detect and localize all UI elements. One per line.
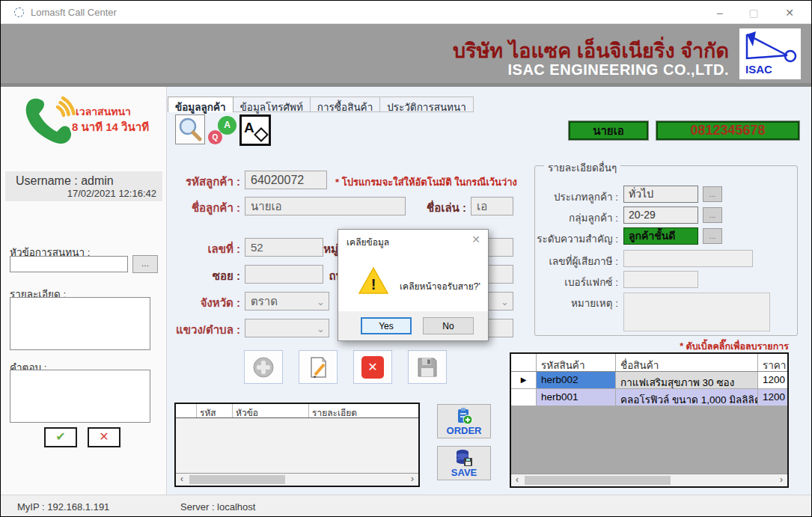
company-header: บริษัท ไอแซค เอ็นจิเนียริ่ง จำกัด ISAC E… xyxy=(1,24,811,87)
product-name-cell[interactable]: คลอโรฟิวล์ ขนาด 1,000 มิลลิลิตร xyxy=(616,389,758,406)
database-save-icon xyxy=(454,449,474,467)
topic-input[interactable] xyxy=(10,256,128,272)
dialog-no-button[interactable]: No xyxy=(423,317,474,334)
answer-bubble-icon: A xyxy=(218,116,236,135)
dialog-title: เคลียข้อมูล xyxy=(347,235,389,249)
minimize-button[interactable]: – xyxy=(707,4,733,22)
product-row[interactable]: herb001 คลอโรฟิวล์ ขนาด 1,000 มิลลิลิตร … xyxy=(511,389,787,406)
username-text: Username : admin xyxy=(16,174,114,188)
app-icon xyxy=(14,7,24,17)
soi-label: ซอย : xyxy=(167,267,240,285)
product-code-header: รหัสสินค้า xyxy=(537,354,616,371)
customer-type-field[interactable]: ทั่วไป xyxy=(623,186,698,203)
topic-detail-header: รายละเอียด xyxy=(309,404,418,417)
topic-table-scrollbar[interactable]: ‹ › xyxy=(176,473,418,486)
tab-purchases[interactable]: การซื้อสินค้า xyxy=(311,97,380,112)
fax-field[interactable] xyxy=(623,271,698,288)
product-code-cell[interactable]: herb002 xyxy=(537,372,616,389)
dialog-close-icon[interactable]: ✕ xyxy=(471,233,480,245)
qa-button[interactable]: A Q xyxy=(208,116,236,144)
cancel-button[interactable]: ✕ xyxy=(88,427,120,447)
edit-button[interactable] xyxy=(299,350,338,384)
db-save-button[interactable]: SAVE xyxy=(437,446,491,480)
scroll-right-icon[interactable]: › xyxy=(775,474,787,486)
nickname-label: ชื่อเล่น : xyxy=(414,199,466,217)
product-code-cell[interactable]: herb001 xyxy=(537,389,616,406)
customer-type-label: ประเภทลูกค้า : xyxy=(525,189,618,205)
question-bubble-icon: Q xyxy=(208,130,222,144)
chevron-down-icon: ⌄ xyxy=(317,320,325,337)
detail-textarea[interactable] xyxy=(10,297,150,350)
province-value: ตราด xyxy=(251,295,278,308)
row-selector-cell xyxy=(511,389,537,406)
customer-type-browse-button[interactable]: ... xyxy=(703,186,722,202)
customer-group-field[interactable]: 20-29 xyxy=(623,207,698,224)
order-clipboard-icon xyxy=(455,407,473,425)
delete-button[interactable]: ✕ xyxy=(353,350,392,384)
product-table-header: รหัสสินค้า ชื่อสินค้า ราคา xyxy=(511,354,787,372)
priority-level-browse-button[interactable]: ... xyxy=(703,228,722,244)
remark-label: หมายเหตุ : xyxy=(525,295,618,311)
search-button[interactable] xyxy=(175,114,205,144)
myip-text: MyIP : 192.168.1.191 xyxy=(17,501,109,513)
tab-bar: ข้อมูลลูกค้า ข้อมูลโทรศัพท์ การซื้อสินค้… xyxy=(168,97,474,112)
floppy-icon xyxy=(416,356,439,379)
topic-browse-button[interactable]: ... xyxy=(132,255,158,273)
window-title: Lomasft Call Center xyxy=(31,7,117,18)
priority-level-field[interactable]: ลูกค้าชั้นดี xyxy=(623,227,698,245)
tab-customer-info[interactable]: ข้อมูลลูกค้า xyxy=(168,97,233,112)
product-price-cell[interactable]: 1200 xyxy=(758,372,787,389)
add-button[interactable] xyxy=(244,350,283,384)
tab-conversation-history[interactable]: ประวัติการสนทนา xyxy=(380,97,474,112)
save-button-label: SAVE xyxy=(451,467,477,478)
confirm-button[interactable]: ✔ xyxy=(44,427,77,447)
nickname-field[interactable]: เอ xyxy=(471,197,513,215)
row-selector-icon: ▶ xyxy=(511,372,537,389)
subdistrict-select[interactable]: ⌄ xyxy=(245,319,329,337)
dialog-button-bar: Yes No xyxy=(338,311,488,340)
double-click-note: * ดับเบิ้ลคลิ๊กเพื่อลบรายการ xyxy=(584,339,789,354)
plus-icon xyxy=(252,356,275,379)
svg-text:ISAC: ISAC xyxy=(745,63,772,76)
customer-name-field[interactable]: นายเอ xyxy=(245,197,406,215)
other-details-title: รายละเอียดอื่นๆ xyxy=(544,159,620,176)
caller-phone-display: 0812345678 xyxy=(656,120,800,141)
phone-icon xyxy=(17,92,77,150)
maximize-button[interactable]: ▢ xyxy=(741,4,766,22)
company-name-english: ISAC ENGINEERING CO.,LTD. xyxy=(508,61,729,79)
company-logo: ISAC xyxy=(739,28,801,79)
record-save-button[interactable] xyxy=(408,350,447,384)
product-name-cell[interactable]: กาแฟเสริมสุขภาพ 30 ซอง xyxy=(616,372,758,389)
order-button[interactable]: ORDER xyxy=(437,404,491,438)
scroll-thumb[interactable] xyxy=(525,476,671,485)
clear-text-button[interactable]: A xyxy=(239,114,271,146)
scroll-left-icon[interactable]: ‹ xyxy=(511,474,523,486)
topic-title-header: หัวข้อ xyxy=(233,404,309,417)
customer-code-field[interactable]: 64020072 xyxy=(245,171,327,189)
customer-group-label: กลุ่มลูกค้า : xyxy=(525,209,618,226)
product-table-scrollbar[interactable]: ‹ › xyxy=(511,474,787,486)
scroll-right-icon[interactable]: › xyxy=(406,474,418,486)
customer-group-browse-button[interactable]: ... xyxy=(703,207,722,223)
topic-selector-column xyxy=(176,404,197,417)
remark-textarea[interactable] xyxy=(623,293,770,331)
product-price-header: ราคา xyxy=(758,354,787,371)
caller-name-display: นายเอ xyxy=(568,120,649,141)
close-button[interactable]: ✕ xyxy=(777,4,802,22)
scroll-left-icon[interactable]: ‹ xyxy=(176,474,188,486)
edit-icon xyxy=(306,355,330,379)
dialog-yes-button[interactable]: Yes xyxy=(361,317,412,334)
check-icon: ✔ xyxy=(55,430,65,443)
eraser-icon xyxy=(254,127,269,142)
product-price-cell[interactable]: 1200 xyxy=(758,389,787,406)
tab-phone-info[interactable]: ข้อมูลโทรศัพท์ xyxy=(233,97,311,112)
scroll-thumb[interactable] xyxy=(189,475,285,484)
product-row[interactable]: ▶ herb002 กาแฟเสริมสุขภาพ 30 ซอง 1200 xyxy=(511,372,787,389)
province-select[interactable]: ตราด ⌄ xyxy=(245,292,329,310)
answer-textarea[interactable] xyxy=(10,370,150,423)
tax-id-field[interactable] xyxy=(623,250,753,267)
search-icon xyxy=(176,115,204,144)
fax-label: เบอร์แฟกซ์ : xyxy=(525,274,618,290)
product-table: รหัสสินค้า ชื่อสินค้า ราคา ▶ herb002 กาแ… xyxy=(510,352,789,488)
x-icon: ✕ xyxy=(99,430,109,443)
